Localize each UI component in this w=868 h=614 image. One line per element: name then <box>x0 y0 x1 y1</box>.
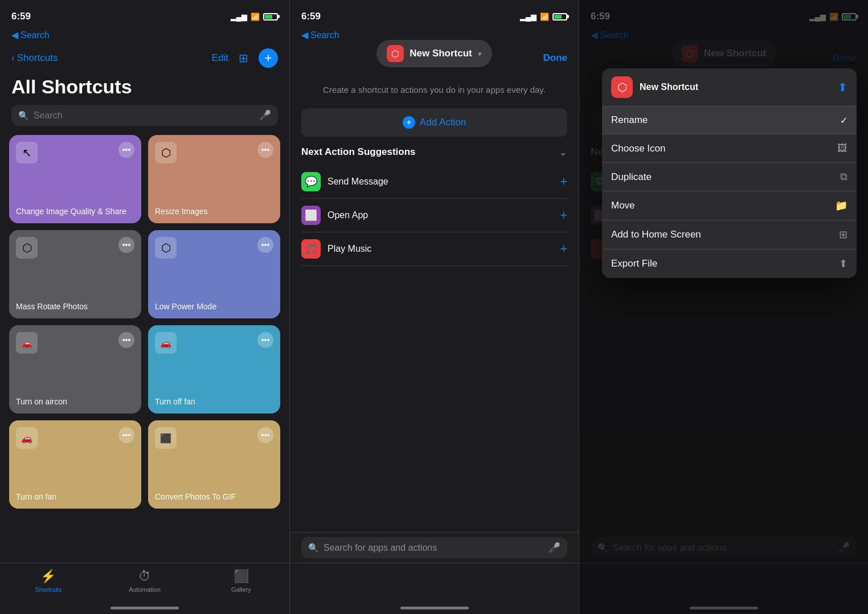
rename-check-icon: ✓ <box>840 115 847 126</box>
home-indicator-2 <box>400 607 469 609</box>
context-item-add-home[interactable]: Add to Home Screen ⊞ <box>602 220 857 249</box>
card-icon-4: ⬡ <box>155 237 177 259</box>
add-action-button[interactable]: + Add Action <box>301 108 567 137</box>
bottom-search-inner-2[interactable]: 🔍 Search for apps and actions 🎤 <box>301 537 567 558</box>
move-label: Move <box>611 200 635 211</box>
shortcut-card-5[interactable]: 🚗 ••• Turn on aircon <box>9 325 141 414</box>
context-item-rename[interactable]: Rename ✓ <box>602 107 857 134</box>
automation-tab-icon: ⏱ <box>138 569 151 584</box>
shortcut-card-4[interactable]: ⬡ ••• Low Power Mode <box>148 230 280 318</box>
suggestion-item-play-music[interactable]: 🎵 Play Music + <box>301 232 567 266</box>
tab-bar-2 <box>290 563 579 614</box>
card-label-1: Change Image Quality & Share <box>16 206 134 216</box>
edit-button-1[interactable]: Edit <box>212 52 228 64</box>
new-shortcut-pill[interactable]: ⬡ New Shortcut ▾ <box>376 40 492 67</box>
card-label-7: Turn on fan <box>16 492 134 502</box>
shortcut-card-6[interactable]: 🚗 ••• Turn off fan <box>148 325 280 414</box>
shortcuts-grid: ↖ ••• Change Image Quality & Share ⬡ •••… <box>0 135 289 509</box>
add-action-plus-icon: + <box>403 116 415 129</box>
card-icon-2: ⬡ <box>155 142 177 163</box>
suggestions-chevron-2[interactable]: ⌄ <box>559 146 567 158</box>
open-app-add[interactable]: + <box>560 208 567 223</box>
card-menu-4[interactable]: ••• <box>257 237 273 253</box>
shortcuts-tab-icon: ⚡ <box>40 569 56 584</box>
tab-shortcuts[interactable]: ⚡ Shortcuts <box>0 569 96 593</box>
move-icon: 📁 <box>835 199 847 212</box>
card-label-6: Turn off fan <box>155 396 273 407</box>
card-menu-6[interactable]: ••• <box>257 332 273 348</box>
card-icon-3: ⬡ <box>16 237 38 259</box>
card-label-8: Convert Photos To GIF <box>155 492 273 502</box>
bottom-search-icon-2: 🔍 <box>308 543 319 553</box>
send-message-add[interactable]: + <box>560 174 567 189</box>
status-icons-2: ▂▄▆ 📶 <box>520 13 567 21</box>
suggestion-item-send-message[interactable]: 💬 Send Message + <box>301 165 567 199</box>
card-menu-1[interactable]: ••• <box>118 142 134 158</box>
suggestion-item-open-app[interactable]: ⬜ Open App + <box>301 199 567 232</box>
battery-icon-2 <box>552 13 567 21</box>
export-label: Export File <box>611 258 657 269</box>
ctx-title-label: New Shortcut <box>640 82 698 92</box>
ctx-share-icon[interactable]: ⬆ <box>838 80 847 94</box>
card-menu-5[interactable]: ••• <box>118 332 134 348</box>
card-label-4: Low Power Mode <box>155 301 273 312</box>
page-title-1: All Shortcuts <box>0 73 289 105</box>
play-music-add[interactable]: + <box>560 241 567 256</box>
card-menu-8[interactable]: ••• <box>257 427 273 443</box>
card-label-2: Resize Images <box>155 206 273 216</box>
panel-new-shortcut: 6:59 ▂▄▆ 📶 ◀ Search ⬡ New Shortcut ▾ Don… <box>289 0 579 614</box>
send-message-label: Send Message <box>327 177 388 187</box>
shortcut-card-8[interactable]: ⬛ ••• Convert Photos To GIF <box>148 420 280 509</box>
signal-icon-2: ▂▄▆ <box>520 13 537 21</box>
search-back-label-2[interactable]: Search <box>310 30 339 40</box>
context-item-move[interactable]: Move 📁 <box>602 191 857 220</box>
card-menu-3[interactable]: ••• <box>118 237 134 253</box>
duplicate-icon: ⧉ <box>840 171 847 183</box>
done-button-2[interactable]: Done <box>543 52 568 64</box>
bottom-mic-icon-2[interactable]: 🎤 <box>548 542 560 554</box>
search-back-icon-1: ◀ <box>11 30 18 40</box>
open-app-label: Open App <box>327 210 368 220</box>
shortcut-pill-chevron: ▾ <box>478 50 482 58</box>
shortcut-pill-title: New Shortcut <box>410 48 472 59</box>
shortcuts-tab-label: Shortcuts <box>35 586 61 593</box>
gallery-tab-label: Gallery <box>231 586 251 593</box>
card-menu-7[interactable]: ••• <box>118 427 134 443</box>
mic-icon-1[interactable]: 🎤 <box>259 109 271 121</box>
back-chevron-icon: ‹ <box>11 52 15 64</box>
add-action-label: Add Action <box>420 117 466 128</box>
shortcut-card-3[interactable]: ⬡ ••• Mass Rotate Photos <box>9 230 141 318</box>
shortcut-card-2[interactable]: ⬡ ••• Resize Images <box>148 135 280 223</box>
wifi-icon-2: 📶 <box>540 13 549 21</box>
context-item-duplicate[interactable]: Duplicate ⧉ <box>602 163 857 191</box>
search-bar-1[interactable]: 🔍 🎤 <box>11 105 278 126</box>
add-home-icon: ⊞ <box>839 228 847 241</box>
status-time-1: 6:59 <box>11 11 31 22</box>
open-app-icon: ⬜ <box>301 206 321 225</box>
back-shortcuts-button[interactable]: ‹ Shortcuts <box>11 52 58 64</box>
card-menu-2[interactable]: ••• <box>257 142 273 158</box>
context-item-choose-icon[interactable]: Choose Icon 🖼 <box>602 134 857 163</box>
status-icons-1: ▂▄▆ 📶 <box>231 13 278 21</box>
rename-label: Rename <box>611 114 648 126</box>
tab-automation[interactable]: ⏱ Automation <box>96 569 193 593</box>
status-bar-1: 6:59 ▂▄▆ 📶 <box>0 0 289 28</box>
panel-context-menu: 6:59 ▂▄▆ 📶 ◀ Search ⬡ New Shortcut Done <box>579 0 868 614</box>
ctx-shortcut-icon: ⬡ <box>611 76 633 98</box>
battery-icon-1 <box>263 13 278 21</box>
play-music-icon: 🎵 <box>301 239 321 259</box>
export-icon: ⬆ <box>839 257 847 270</box>
send-message-icon: 💬 <box>301 172 321 191</box>
context-item-export[interactable]: Export File ⬆ <box>602 249 857 278</box>
search-back-label-1[interactable]: Search <box>21 30 50 40</box>
card-icon-6: 🚗 <box>155 332 177 354</box>
bottom-search-placeholder-2: Search for apps and actions <box>324 543 544 553</box>
wifi-icon-1: 📶 <box>251 13 260 21</box>
nav-bar-1: ‹ Shortcuts Edit ⊞ + <box>0 44 289 73</box>
grid-view-button[interactable]: ⊞ <box>239 51 248 65</box>
shortcut-card-7[interactable]: 🚗 ••• Turn on fan <box>9 420 141 509</box>
add-shortcut-button[interactable]: + <box>259 48 278 68</box>
search-input-1[interactable] <box>34 110 255 121</box>
tab-gallery[interactable]: ⬛ Gallery <box>193 569 289 593</box>
shortcut-card-1[interactable]: ↖ ••• Change Image Quality & Share <box>9 135 141 223</box>
